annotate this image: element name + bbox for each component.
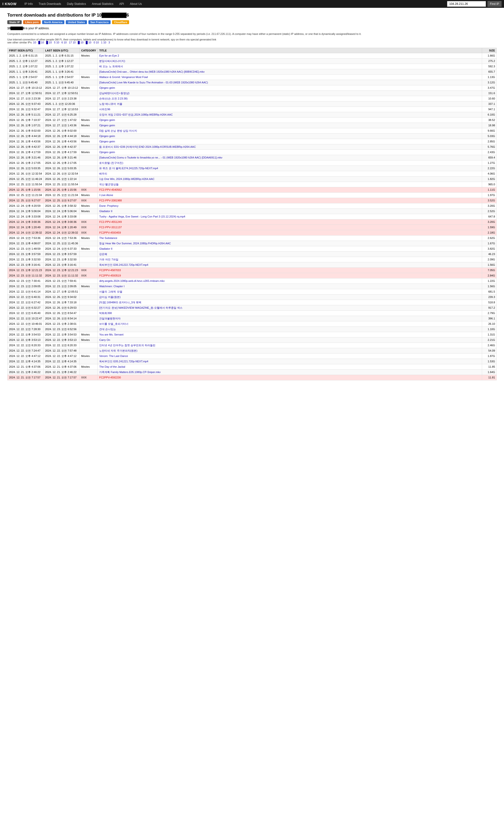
- title-link[interactable]: 건달과불평현여자: [99, 317, 121, 320]
- title-link[interactable]: FC2PPV-4593459: [99, 231, 121, 234]
- title-link[interactable]: [직캠] 16948KG 로카티나_3개 묶백: [99, 301, 141, 304]
- cell-title[interactable]: [연기자요 완보] NAKEDVIEW MAGAZINE_원-오헬에서 하루종일…: [98, 305, 482, 310]
- title-link[interactable]: 오징어 게임 2 E01~E07 런검,2024.1080p.WEBRip.H2…: [99, 113, 173, 116]
- nav-about-us[interactable]: About Us: [127, 0, 145, 8]
- title-link[interactable]: FC2-PPV-4551249: [99, 221, 122, 223]
- title-link[interactable]: Watchmen: Chapter I: [99, 285, 124, 288]
- cell-title[interactable]: 건대 손나있는: [98, 327, 482, 332]
- title-link[interactable]: 서위진96: [99, 108, 110, 111]
- title-link[interactable]: 가족계획 Family Matters.E05.1080p.CP-Sniper.…: [99, 371, 161, 374]
- cell-title[interactable]: Tushy - Agatha Vega, Eve Sweet - Long Co…: [98, 214, 482, 219]
- tag-likes-porn[interactable]: Likes porn: [23, 20, 41, 24]
- cell-title[interactable]: 강남배탠다(사진+동영상): [98, 90, 482, 96]
- title-link[interactable]: 로지호텔 (친구여친): [99, 161, 123, 164]
- similar-ip-1[interactable]: 10: [33, 41, 36, 44]
- cell-title[interactable]: 옥씨부인인 E05.241221.720p-NEXT.mp4: [98, 359, 482, 364]
- cell-title[interactable]: I Live Alone: [98, 192, 482, 198]
- title-link[interactable]: 강은혜: [99, 253, 107, 256]
- cell-title[interactable]: FC2-PPV-3381988: [98, 198, 482, 203]
- cell-title[interactable]: Ojingeo geim: [98, 133, 482, 139]
- cell-title[interactable]: D컵 실체 손님 팬방 삽입 마사지: [98, 128, 482, 133]
- cell-title[interactable]: 둠 프로비시 E01~E06 [자체자막] END 2024.1080p.KOR…: [98, 144, 482, 149]
- cell-title[interactable]: FC2PPV-4593519: [98, 273, 482, 278]
- title-link[interactable]: 1승 One Win, 2024.1080p.WEBRip.H264.AAC: [99, 177, 154, 180]
- title-link[interactable]: [SakuraCircle] Gomu o Tsukete to Iimashi…: [99, 156, 222, 159]
- search-input[interactable]: [447, 1, 486, 7]
- similar-ip-4[interactable]: 5 10: [54, 41, 59, 44]
- cell-title[interactable]: FC2PPV-4593459: [98, 230, 482, 235]
- cell-title[interactable]: 브이롤 모델_호피가터너: [98, 321, 482, 327]
- cell-title[interactable]: 배우리: [98, 171, 482, 176]
- title-link[interactable]: FC2PPV-4587033: [99, 269, 121, 272]
- title-link[interactable]: Ojingeo geim: [99, 134, 115, 137]
- cell-title[interactable]: Ojingeo geim: [98, 149, 482, 155]
- title-link[interactable]: Gladiator II: [99, 247, 112, 250]
- title-link[interactable]: FC2PPV-4593519: [99, 274, 121, 277]
- title-link[interactable]: 청설 Hear Me Our Summer, 2024.1080p.FHDRip…: [99, 242, 171, 245]
- cell-title[interactable]: Ojingeo geim: [98, 117, 482, 123]
- title-link[interactable]: Venom: The Last Dance: [99, 355, 128, 357]
- title-link[interactable]: I Live Alone: [99, 193, 113, 196]
- title-link[interactable]: D컵 실체 손님 팬방 삽입 마사지: [99, 129, 137, 132]
- cell-title[interactable]: Ojingeo geim: [98, 139, 482, 144]
- title-link[interactable]: 국산 빨군영상들: [99, 183, 119, 186]
- similar-ip-5[interactable]: 6 10: [61, 41, 67, 44]
- tag-north-america[interactable]: North America: [42, 20, 64, 24]
- cell-title[interactable]: 배 오는 노 트레에서: [98, 64, 482, 69]
- cell-title[interactable]: 건달과불평현여자: [98, 316, 482, 321]
- cell-title[interactable]: Venom: The Last Dance: [98, 353, 482, 359]
- cell-title[interactable]: 오징어 게임 2 E01~E07 런검,2024.1080p.WEBRip.H2…: [98, 112, 482, 117]
- title-link[interactable]: [연기자요 완보] NAKEDVIEW MAGAZINE_원-오헬에서 하루종일…: [99, 306, 182, 309]
- nav-ip-info[interactable]: IP Info: [21, 0, 36, 8]
- title-link[interactable]: You are Ms. Servant: [99, 333, 123, 336]
- cell-title[interactable]: 가족계획 Family Matters.E05.1080p.CP-Sniper.…: [98, 369, 482, 375]
- cell-title[interactable]: 강은혜: [98, 252, 482, 257]
- title-link[interactable]: Ojingeo geim: [99, 86, 115, 89]
- title-link[interactable]: Tushy - Agatha Vega, Eve Sweet - Long Co…: [99, 215, 185, 218]
- cell-title[interactable]: Carry On: [98, 337, 482, 343]
- similar-ip-3[interactable]: █ 10: [46, 41, 52, 44]
- cell-title[interactable]: FC2-PPV-4540562: [98, 187, 482, 192]
- cell-title[interactable]: Ojingeo geim: [98, 85, 482, 90]
- similar-ip-7[interactable]: █ 10: [78, 41, 84, 44]
- title-link[interactable]: 옥씨부인인 E06.241222.720p-NEXT.mp4: [99, 263, 148, 266]
- cell-title[interactable]: FC2-PPV-4551249: [98, 219, 482, 225]
- cell-title[interactable]: Ojingeo geim: [98, 123, 482, 128]
- title-link[interactable]: Carry On: [99, 338, 110, 341]
- similar-ip-6[interactable]: 17 10: [69, 41, 76, 44]
- similar-ip-10[interactable]: 1 10: [101, 41, 106, 44]
- title-link[interactable]: 유 퀴즈 온 더 블럭.E274.241225.720p-NEXT.mp4: [99, 167, 158, 170]
- title-link[interactable]: 노란티네 자위 주가본파치(원본): [99, 349, 137, 352]
- cell-title[interactable]: [SakuraCircle] Onii-san... Ohitori desu …: [98, 69, 482, 74]
- title-link[interactable]: [SakuraCircle] Love Me Kaede to Suzu The…: [99, 81, 208, 84]
- title-link[interactable]: 둠 프로비시 E01~E06 [자체자막] END 2024.1080p.KOR…: [99, 145, 196, 148]
- similar-ip-9[interactable]: 0 10: [94, 41, 99, 44]
- cell-title[interactable]: [직캠] 16948KG 로카티나_3개 묶백: [98, 300, 482, 305]
- title-link[interactable]: 건대 손나있는: [99, 328, 116, 331]
- title-link[interactable]: Wallace & Gromit: Vengeance Most Fowl: [99, 76, 148, 78]
- title-link[interactable]: Ojingeo geim: [99, 140, 115, 143]
- title-link[interactable]: 배우리: [99, 172, 107, 175]
- title-link[interactable]: FC2PPV-4592230: [99, 376, 121, 379]
- title-link[interactable]: FC2-PPV-4540562: [99, 188, 122, 191]
- title-link[interactable]: 옥씨부인인 E05.241221.720p-NEXT.mp4: [99, 360, 148, 363]
- title-link[interactable]: 배 오는 노 트레에서: [99, 65, 123, 68]
- title-link[interactable]: 분당사싸시씨(나이지): [99, 59, 125, 62]
- cell-title[interactable]: Dune: Prophecy: [98, 203, 482, 209]
- tag-san-francisco[interactable]: San Francisco: [88, 20, 111, 24]
- title-link[interactable]: FC2-PPV-3381988: [99, 199, 122, 202]
- similar-ip-8[interactable]: █ 10: [86, 41, 91, 44]
- title-link[interactable]: Ojingeo geim: [99, 124, 115, 127]
- cell-title[interactable]: dirty.angels.2024.1080p.web.dl.hevc.x265…: [98, 278, 482, 284]
- title-link[interactable]: 브이롤 모델_호피가터너: [99, 322, 128, 325]
- cell-title[interactable]: The Day of the Jackal: [98, 364, 482, 369]
- title-link[interactable]: 노랑 매니큐어 커플: [99, 102, 122, 105]
- cell-title[interactable]: The Substance: [98, 235, 482, 241]
- cell-title[interactable]: 청설 Hear Me Our Summer, 2024.1080p.FHDRip…: [98, 241, 482, 246]
- title-link[interactable]: The Day of the Jackal: [99, 365, 125, 368]
- cell-title[interactable]: FC2PPV-4592230: [98, 375, 482, 380]
- title-link[interactable]: Ojingeo geim: [99, 151, 115, 153]
- cell-title[interactable]: 서울의 그래픽 모델: [98, 289, 482, 294]
- cell-title[interactable]: Gladiator II: [98, 209, 482, 214]
- title-link[interactable]: FC2-PPV-3311137: [99, 226, 122, 229]
